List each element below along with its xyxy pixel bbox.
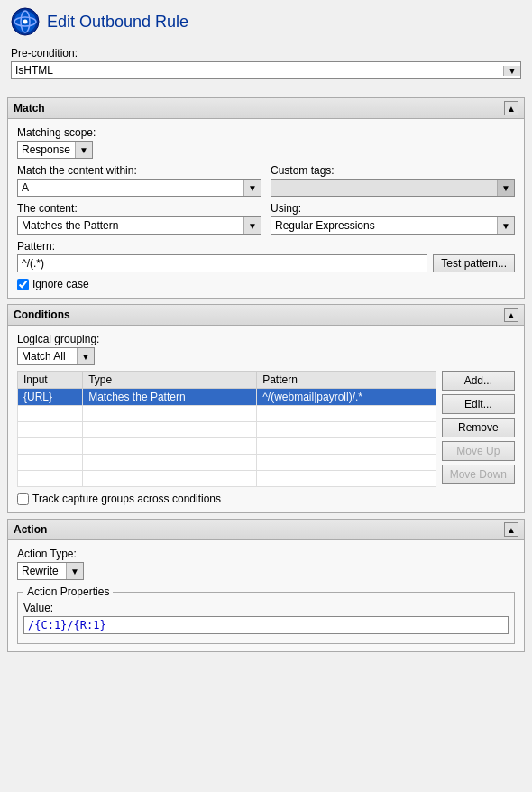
action-type-select-wrapper[interactable]: Rewrite Redirect None ▼ [17, 562, 84, 580]
match-content-select-wrapper[interactable]: A IMG FORM SCRIPT ▼ [17, 179, 261, 197]
match-panel-content: Matching scope: Response Request ▼ Match… [8, 119, 524, 298]
conditions-panel-title: Conditions [14, 309, 70, 321]
precondition-section: Pre-condition: IsHTML None ▼ [0, 43, 532, 87]
action-collapse-button[interactable]: ▲ [504, 522, 518, 537]
table-row[interactable] [18, 455, 436, 471]
precondition-label: Pre-condition: [11, 47, 521, 60]
conditions-panel: Conditions ▲ Logical grouping: Match All… [7, 304, 525, 513]
cell-input [18, 406, 83, 422]
match-panel: Match ▲ Matching scope: Response Request… [7, 97, 525, 299]
cell-type [83, 422, 257, 438]
logical-grouping-label: Logical grouping: [17, 333, 515, 345]
rule-icon [11, 7, 40, 36]
cell-pattern [257, 422, 436, 438]
using-label: Using: [271, 202, 515, 215]
the-content-col: The content: Matches the Pattern Does No… [17, 202, 261, 235]
match-panel-header: Match ▲ [8, 98, 524, 119]
match-content-label: Match the content within: [17, 164, 261, 177]
action-panel-title: Action [14, 523, 47, 536]
using-select-wrapper[interactable]: Regular Expressions Wildcards Exact Matc… [271, 216, 515, 235]
using-dropdown-arrow[interactable]: ▼ [497, 217, 514, 234]
value-row: Value: [23, 602, 509, 634]
cell-type [83, 455, 257, 471]
edit-condition-button[interactable]: Edit... [442, 394, 515, 414]
using-select[interactable]: Regular Expressions Wildcards Exact Matc… [271, 217, 497, 234]
action-type-select[interactable]: Rewrite Redirect None [18, 563, 66, 579]
precondition-select-wrapper[interactable]: IsHTML None ▼ [11, 61, 521, 79]
cell-pattern [257, 455, 436, 471]
pattern-label: Pattern: [17, 240, 515, 253]
conditions-table: Input Type Pattern {URL} Matches the Pat… [17, 371, 436, 487]
table-row[interactable] [18, 406, 436, 422]
cell-input [18, 455, 83, 471]
pattern-input[interactable] [17, 254, 427, 272]
matching-scope-dropdown-arrow[interactable]: ▼ [75, 142, 92, 158]
ignore-case-checkbox[interactable] [17, 279, 29, 290]
cell-input [18, 438, 83, 455]
svg-point-4 [23, 20, 28, 24]
page-header: Edit Outbound Rule [0, 0, 532, 43]
cell-input: {URL} [18, 389, 83, 406]
cell-input [18, 422, 83, 438]
ignore-case-label: Ignore case [32, 278, 89, 290]
the-content-select-wrapper[interactable]: Matches the Pattern Does Not Match the P… [17, 216, 261, 235]
table-row[interactable] [18, 438, 436, 455]
match-content-select[interactable]: A IMG FORM SCRIPT [18, 180, 243, 196]
logical-grouping-row: Logical grouping: Match All Match Any ▼ [17, 333, 515, 365]
content-custom-row: Match the content within: A IMG FORM SCR… [17, 164, 515, 197]
action-panel-header: Action ▲ [8, 520, 524, 540]
matching-scope-row: Matching scope: Response Request ▼ [17, 126, 515, 159]
cell-pattern [257, 438, 436, 455]
cell-input [18, 471, 83, 487]
matching-scope-select[interactable]: Response Request [18, 142, 75, 158]
action-type-dropdown-arrow[interactable]: ▼ [66, 563, 83, 579]
col-header-pattern: Pattern [257, 372, 436, 389]
table-row[interactable] [18, 422, 436, 438]
cell-pattern [257, 471, 436, 487]
match-panel-title: Match [14, 102, 45, 115]
pattern-input-row: Test pattern... [17, 254, 515, 272]
cell-type [83, 406, 257, 422]
table-row[interactable]: {URL} Matches the Pattern ^/(webmail|pay… [18, 389, 436, 406]
logical-grouping-dropdown-arrow[interactable]: ▼ [77, 348, 94, 364]
the-content-label: The content: [17, 202, 261, 215]
the-content-dropdown-arrow[interactable]: ▼ [243, 217, 261, 234]
remove-condition-button[interactable]: Remove [442, 418, 515, 437]
match-content-dropdown-arrow[interactable]: ▼ [243, 180, 261, 196]
precondition-select[interactable]: IsHTML None [12, 62, 503, 78]
move-up-button[interactable]: Move Up [442, 441, 515, 461]
conditions-panel-header: Conditions ▲ [8, 305, 524, 326]
table-row[interactable] [18, 471, 436, 487]
matching-scope-label: Matching scope: [17, 126, 515, 139]
conditions-action-buttons: Add... Edit... Remove Move Up Move Down [442, 371, 515, 487]
match-content-col: Match the content within: A IMG FORM SCR… [17, 164, 261, 197]
logical-grouping-select[interactable]: Match All Match Any [18, 348, 77, 364]
track-captures-checkbox[interactable] [17, 493, 29, 505]
track-captures-row: Track capture groups across conditions [17, 493, 515, 505]
custom-tags-label: Custom tags: [271, 164, 515, 177]
ignore-case-row: Ignore case [17, 278, 515, 290]
action-type-row: Action Type: Rewrite Redirect None ▼ [17, 548, 515, 580]
add-condition-button[interactable]: Add... [442, 371, 515, 391]
action-properties-group: Action Properties Value: [17, 585, 515, 644]
move-down-button[interactable]: Move Down [442, 465, 515, 484]
cell-type: Matches the Pattern [83, 389, 257, 406]
pattern-row: Pattern: Test pattern... [17, 240, 515, 272]
custom-tags-dropdown-arrow[interactable]: ▼ [497, 180, 514, 196]
content-using-row: The content: Matches the Pattern Does No… [17, 202, 515, 235]
action-panel: Action ▲ Action Type: Rewrite Redirect N… [7, 519, 525, 652]
col-header-input: Input [18, 372, 83, 389]
match-collapse-button[interactable]: ▲ [504, 101, 518, 115]
cell-pattern [257, 406, 436, 422]
using-col: Using: Regular Expressions Wildcards Exa… [271, 202, 515, 235]
cell-pattern: ^/(webmail|payroll)/.* [257, 389, 436, 406]
custom-tags-select-wrapper[interactable]: ▼ [271, 179, 515, 197]
value-input[interactable] [23, 616, 509, 634]
logical-grouping-select-wrapper[interactable]: Match All Match Any ▼ [17, 347, 95, 365]
matching-scope-select-wrapper[interactable]: Response Request ▼ [17, 141, 93, 159]
the-content-select[interactable]: Matches the Pattern Does Not Match the P… [18, 217, 243, 234]
conditions-collapse-button[interactable]: ▲ [504, 308, 518, 322]
test-pattern-button[interactable]: Test pattern... [433, 254, 515, 272]
custom-tags-select[interactable] [271, 180, 497, 196]
precondition-dropdown-arrow[interactable]: ▼ [503, 66, 520, 76]
